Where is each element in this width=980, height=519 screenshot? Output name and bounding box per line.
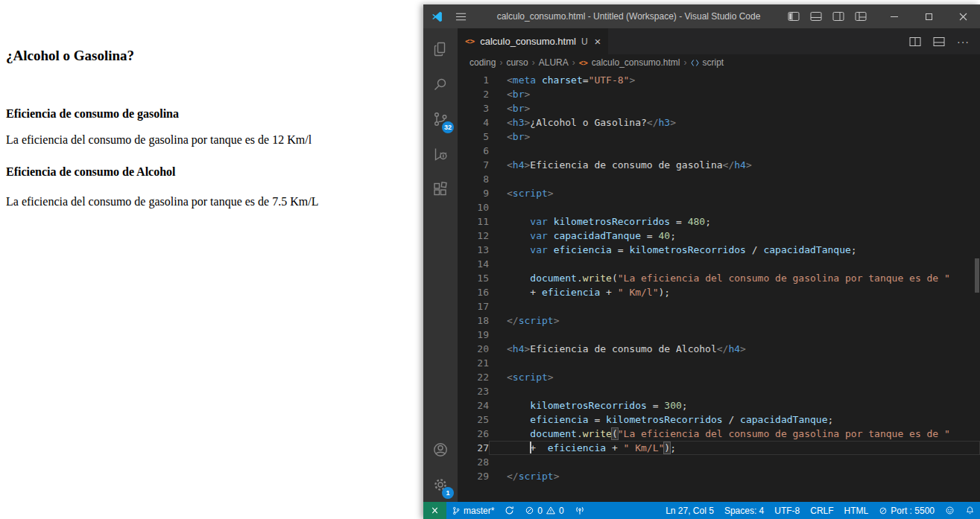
split-editor-icon[interactable] <box>909 36 921 47</box>
problems-status[interactable]: 0 0 <box>519 502 569 519</box>
code-editor[interactable]: 1<meta charset="UTF-8">2<br>3<br>4<h3>¿A… <box>458 71 980 502</box>
tab-close-icon[interactable]: × <box>595 36 601 47</box>
remote-indicator[interactable] <box>423 502 446 519</box>
code-line[interactable]: 16 + eficiencia + " Km/l"); <box>458 285 980 299</box>
code-text[interactable] <box>489 144 980 158</box>
code-line[interactable]: 7<h4>Eficiencia de consumo de gasolina</… <box>458 158 980 172</box>
close-button[interactable] <box>946 4 980 28</box>
toggle-panel-icon[interactable] <box>810 11 822 22</box>
code-line[interactable]: 12 var capacidadTanque = 40; <box>458 229 980 243</box>
code-line[interactable]: 1<meta charset="UTF-8"> <box>458 73 980 87</box>
code-text[interactable]: <h4>Eficiencia de consumo de gasolina</h… <box>489 158 980 172</box>
toggle-secondary-sidebar-icon[interactable] <box>832 11 844 22</box>
code-text[interactable]: var eficiencia = kilometrosRecorridos / … <box>489 243 980 257</box>
code-text[interactable]: eficiencia = kilometrosRecorridos / capa… <box>489 413 980 427</box>
source-control-icon[interactable]: 32 <box>423 101 458 136</box>
code-text[interactable]: kilometrosRecorridos = 300; <box>489 398 980 413</box>
code-text[interactable]: </script> <box>489 469 980 483</box>
indentation-status[interactable]: Spaces: 4 <box>719 502 769 519</box>
code-line[interactable]: 19 <box>458 328 980 342</box>
code-line[interactable]: 23 <box>458 384 980 398</box>
code-text[interactable] <box>489 328 980 342</box>
code-line[interactable]: 13 var eficiencia = kilometrosRecorridos… <box>458 243 980 257</box>
code-line[interactable]: 22<script> <box>458 370 980 384</box>
settings-gear-icon[interactable]: 1 <box>423 467 458 502</box>
code-line[interactable]: 29</script> <box>458 469 980 483</box>
eol-status[interactable]: CRLF <box>805 502 838 519</box>
preview-paragraph-alcohol: La eficiencia del consumo de gasolina po… <box>6 195 417 208</box>
breadcrumb-alura[interactable]: ALURA <box>539 57 569 68</box>
minimize-button[interactable] <box>877 4 911 28</box>
explorer-icon[interactable] <box>423 31 458 66</box>
more-actions-icon[interactable]: ··· <box>957 36 970 48</box>
toggle-sidebar-icon[interactable] <box>788 11 800 22</box>
code-line[interactable]: 20<h4>Eficiencia de consumo de Alcohol</… <box>458 342 980 356</box>
code-text[interactable]: <meta charset="UTF-8"> <box>489 73 980 87</box>
code-line[interactable]: 4<h3>¿Alcohol o Gasolina?</h3> <box>458 115 980 130</box>
code-text[interactable] <box>489 299 980 313</box>
code-text[interactable]: <br> <box>489 87 980 101</box>
code-text[interactable]: <script> <box>489 186 980 200</box>
code-text[interactable]: + eficiencia + " Km/l"); <box>489 285 980 299</box>
code-line[interactable]: 5<br> <box>458 130 980 144</box>
breadcrumb-script[interactable]: script <box>703 57 724 68</box>
code-text[interactable]: <br> <box>489 130 980 144</box>
code-text[interactable]: var kilometrosRecorridos = 480; <box>489 214 980 229</box>
code-line[interactable]: 27 + eficiencia + " Km/L"); <box>458 441 980 455</box>
code-line[interactable]: 17 <box>458 299 980 313</box>
cursor-position-status[interactable]: Ln 27, Col 5 <box>660 502 719 519</box>
code-line[interactable]: 28 <box>458 455 980 469</box>
tab-calculo-consumo[interactable]: <> calculo_consumo.html U × <box>458 28 608 54</box>
breadcrumb-curso[interactable]: curso <box>506 57 528 68</box>
maximize-button[interactable] <box>911 4 946 28</box>
code-line[interactable]: 15 document.write("La eficiencia del con… <box>458 271 980 285</box>
code-text[interactable]: <br> <box>489 101 980 115</box>
line-number: 28 <box>458 455 489 469</box>
run-debug-icon[interactable] <box>423 136 458 171</box>
code-line[interactable]: 11 var kilometrosRecorridos = 480; <box>458 214 980 229</box>
code-line[interactable]: 2<br> <box>458 87 980 101</box>
code-text[interactable]: document.write("La eficiencia del consum… <box>489 427 980 441</box>
code-line[interactable]: 9<script> <box>458 186 980 200</box>
menu-icon[interactable] <box>452 8 470 25</box>
editor-scrollbar[interactable] <box>975 258 979 293</box>
code-line[interactable]: 24 kilometrosRecorridos = 300; <box>458 398 980 413</box>
account-icon[interactable] <box>423 432 458 467</box>
code-line[interactable]: 25 eficiencia = kilometrosRecorridos / c… <box>458 413 980 427</box>
code-text[interactable]: var capacidadTanque = 40; <box>489 229 980 243</box>
code-text[interactable] <box>489 455 980 469</box>
code-line[interactable]: 10 <box>458 200 980 214</box>
code-text[interactable] <box>489 200 980 214</box>
live-server-status[interactable]: Port : 5500 <box>873 502 940 519</box>
git-branch-status[interactable]: master* <box>446 502 499 519</box>
code-text[interactable]: + eficiencia + " Km/L"); <box>489 441 980 455</box>
code-text[interactable] <box>489 172 980 186</box>
code-line[interactable]: 26 document.write("La eficiencia del con… <box>458 427 980 441</box>
customize-layout-icon[interactable] <box>855 11 867 22</box>
code-line[interactable]: 21 <box>458 356 980 370</box>
feedback-icon[interactable] <box>940 502 960 519</box>
extensions-icon[interactable] <box>423 171 458 206</box>
code-line[interactable]: 14 <box>458 257 980 271</box>
code-line[interactable]: 3<br> <box>458 101 980 115</box>
notifications-bell-icon[interactable] <box>960 502 980 519</box>
code-text[interactable]: <h3>¿Alcohol o Gasolina?</h3> <box>489 115 980 130</box>
breadcrumb-coding[interactable]: coding <box>470 57 496 68</box>
code-text[interactable]: <script> <box>489 370 980 384</box>
breadcrumb-file[interactable]: calculo_consumo.html <box>592 57 680 68</box>
code-text[interactable] <box>489 384 980 398</box>
broadcast-icon[interactable] <box>569 502 590 519</box>
code-text[interactable]: </script> <box>489 313 980 328</box>
code-text[interactable] <box>489 257 980 271</box>
sync-changes-icon[interactable] <box>499 502 519 519</box>
code-text[interactable]: document.write("La eficiencia del consum… <box>489 271 980 285</box>
code-text[interactable] <box>489 356 980 370</box>
code-line[interactable]: 8 <box>458 172 980 186</box>
encoding-status[interactable]: UTF-8 <box>769 502 805 519</box>
language-mode-status[interactable]: HTML <box>839 502 874 519</box>
toggle-layout-icon[interactable] <box>933 36 945 47</box>
search-icon[interactable] <box>423 66 458 101</box>
code-line[interactable]: 18</script> <box>458 313 980 328</box>
code-line[interactable]: 6 <box>458 144 980 158</box>
code-text[interactable]: <h4>Eficiencia de consumo de Alcohol</h4… <box>489 342 980 356</box>
